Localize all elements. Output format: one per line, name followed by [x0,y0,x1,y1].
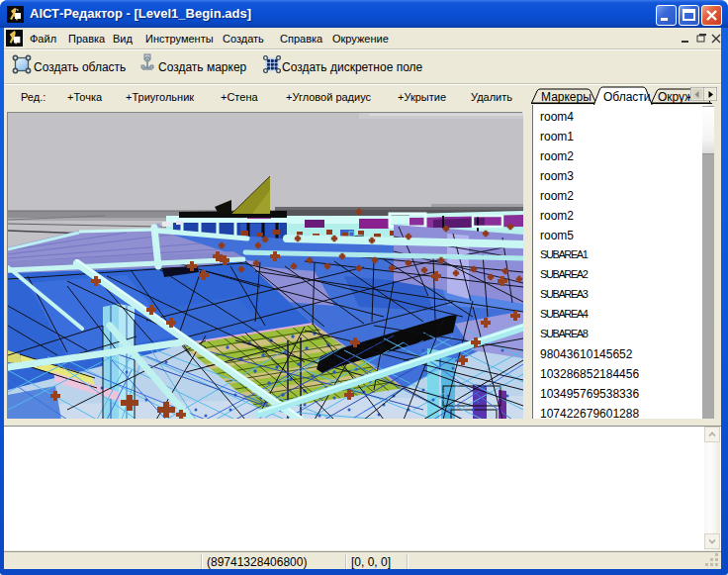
svg-text:Области: Области [603,90,651,104]
svg-text:Маркеры: Маркеры [541,90,592,104]
